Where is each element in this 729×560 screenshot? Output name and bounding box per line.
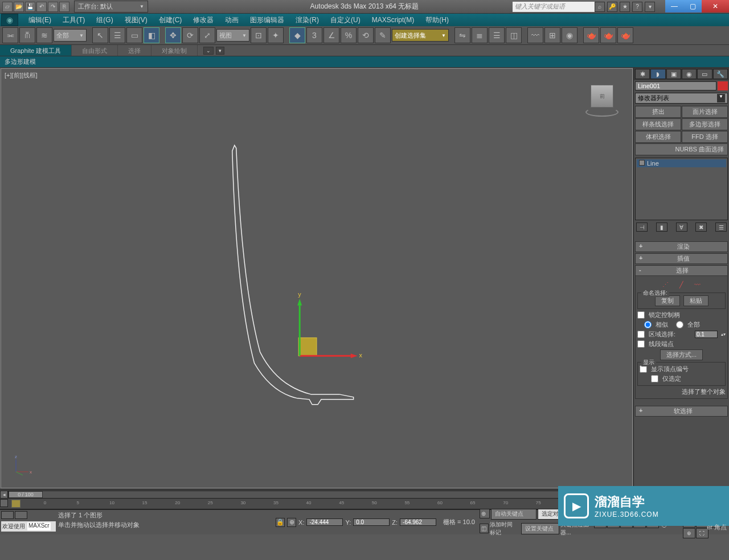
curve-editor-icon[interactable]: 〰 [527,27,543,43]
mod-faceselect[interactable]: 面片选择 [682,106,728,118]
welcome-bar[interactable]: 欢迎使用 MAXScr [1,521,56,532]
layer-explorer-icon[interactable]: ◫ [506,27,522,43]
spline-subobj-icon[interactable]: 〰 [692,280,703,289]
selected-only-check[interactable] [651,375,658,382]
named-selset[interactable]: 创建选择集▼ [392,29,449,42]
rollout-softsel-header[interactable]: +软选择 [635,406,728,417]
modifier-list[interactable]: 修改器列表▼ [635,93,728,104]
key-icon[interactable]: 🔑 [607,2,617,12]
setkey-button[interactable]: 设置关键点 [521,523,559,534]
listener-icon[interactable] [15,511,27,519]
tab-utilities-icon[interactable]: 🔧 [713,69,728,79]
rollout-render-header[interactable]: +渲染 [635,241,728,252]
segment-end-check[interactable] [637,340,645,348]
lock-handles-check[interactable] [637,311,645,319]
tab-graphite[interactable]: Graphite 建模工具 [0,45,72,56]
viewport[interactable]: [+][前][线框] x y z x 前 [1,68,633,488]
coord-x[interactable]: -24.444 [306,518,343,526]
tab-freeform[interactable]: 自由形式 [72,45,118,56]
search-input[interactable]: 键入关键字或短语 [513,2,598,12]
time-tag-label[interactable]: 添加时间标记 [490,521,517,537]
layers-icon[interactable]: ☰ [489,27,505,43]
area-value-spinner[interactable]: 0.1 [695,331,718,338]
unlink-icon[interactable]: ⫚ [19,27,35,43]
link-icon[interactable]: ⫘ [2,27,18,43]
rect-select-icon[interactable]: ▭ [126,27,142,43]
tab-display-icon[interactable]: ▭ [697,69,712,79]
scale-icon[interactable]: ⤢ [199,27,215,43]
menu-grapheditors[interactable]: 图形编辑器 [244,14,290,27]
render-icon[interactable]: 🫖 [617,27,633,43]
area-select-check[interactable] [637,331,645,338]
mod-ffdselect[interactable]: FFD 选择 [682,131,728,143]
mod-extrude[interactable]: 挤出 [635,106,681,118]
stack-item-line[interactable]: Line [637,159,726,167]
walk-icon[interactable]: ⊕ [683,528,695,538]
mod-nurbs[interactable]: NURBS 曲面选择 [635,143,728,155]
object-name-field[interactable]: Line001 [635,81,716,90]
menu-rendering[interactable]: 渲染(R) [290,14,325,27]
binoculars-icon[interactable]: ⌕ [595,2,605,12]
rollout-interp-header[interactable]: +插值 [635,253,728,264]
minimize-button[interactable]: — [665,0,683,13]
autokey-button[interactable]: 自动关键点 [491,508,536,520]
vertex-subobj-icon[interactable]: ⋰ [660,280,671,289]
editnamed-icon[interactable]: ✎ [375,27,391,43]
menu-customize[interactable]: 自定义(U) [325,14,366,27]
bind-icon[interactable]: ≋ [36,27,52,43]
qat-open-icon[interactable]: 📂 [14,2,24,12]
segment-subobj-icon[interactable]: ╱ [676,280,687,289]
ribbon-expand-icon[interactable]: ▾ [216,47,224,55]
lock-selection-icon[interactable]: 🔒 [276,518,285,527]
menu-modifiers[interactable]: 修改器 [187,14,219,27]
configure-icon[interactable]: ☰ [715,223,727,232]
menu-group[interactable]: 组(G) [91,14,118,27]
comm-icon[interactable]: ⊕ [480,509,490,518]
star-icon[interactable]: ★ [620,2,630,12]
time-slider-thumb[interactable]: 0 / 100 [9,491,43,498]
coord-z[interactable]: -64.962 [400,518,436,526]
qat-new-icon[interactable]: ▱ [2,2,13,12]
tab-modify-icon[interactable]: ◗ [650,69,665,79]
polymodel-label[interactable]: 多边形建模 [5,57,36,66]
select-by-button[interactable]: 选择方式... [660,349,703,360]
render-frame-icon[interactable]: 🫖 [600,27,616,43]
material-editor-icon[interactable]: ◉ [562,27,578,43]
coord-y[interactable]: 0.0 [353,518,390,526]
mod-splineselect[interactable]: 样条线选择 [635,118,681,130]
qat-link-icon[interactable]: ⎘ [59,2,69,12]
qat-undo-icon[interactable]: ↶ [36,2,47,12]
menu-maxscript[interactable]: MAXScript(M) [366,14,420,26]
schematic-icon[interactable]: ⊞ [544,27,560,43]
snap3-icon[interactable]: 3 [306,27,322,43]
align-icon[interactable]: ≣ [472,27,488,43]
rotate-icon[interactable]: ⟳ [182,27,198,43]
render-setup-icon[interactable]: 🫖 [583,27,599,43]
selection-filter[interactable]: 全部▼ [54,29,87,42]
app-menu-icon[interactable]: ◉ [1,14,18,26]
viewcube-face[interactable]: 前 [591,85,613,108]
maximize-button[interactable]: ▢ [683,0,702,13]
view-cube[interactable]: 前 [588,85,616,113]
remove-mod-icon[interactable]: ✖ [695,223,707,232]
menu-edit[interactable]: 编辑(E) [23,14,57,27]
qat-save-icon[interactable]: 💾 [25,2,35,12]
percent-snap-icon[interactable]: % [341,27,357,43]
expand-icon[interactable] [639,160,645,166]
spinner-snap-icon[interactable]: ⟲ [358,27,374,43]
snap-toggle-icon[interactable]: ◆ [289,27,305,43]
modifier-stack[interactable]: Line [635,158,728,220]
tab-objectpaint[interactable]: 对象绘制 [151,45,198,56]
manip-icon[interactable]: ✦ [268,27,284,43]
show-end-icon[interactable]: ▮ [656,223,667,232]
pivot-icon[interactable]: ⊡ [251,27,267,43]
absolute-icon[interactable]: ⊕ [287,518,296,527]
viewcube-ring-icon[interactable] [585,108,619,117]
chevron-down-icon[interactable]: ▾ [645,2,655,12]
tab-create-icon[interactable]: ✱ [635,69,650,79]
paste-button[interactable]: 粘贴 [683,295,708,306]
tab-motion-icon[interactable]: ◉ [682,69,697,79]
rollout-selection-header[interactable]: -选择 [635,265,728,276]
mod-volselect[interactable]: 体积选择 [635,131,681,143]
similar-radio[interactable] [644,321,652,328]
